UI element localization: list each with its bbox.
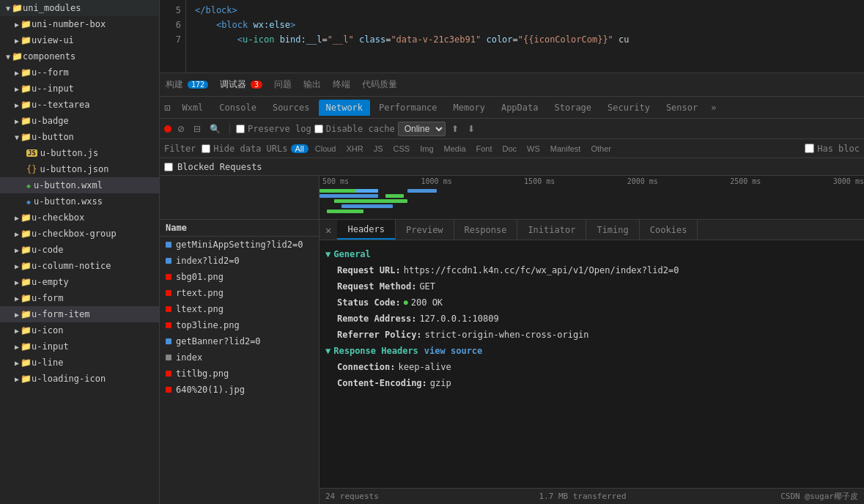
disable-cache-label[interactable]: Disable cache — [314, 124, 395, 134]
tab-console[interactable]: Console — [212, 100, 264, 116]
sidebar-item-u--textarea[interactable]: ▶ 📁 u--textarea — [0, 97, 159, 113]
tab-storage[interactable]: Storage — [547, 100, 599, 116]
tab-build[interactable]: 构建 172 — [166, 78, 208, 91]
file-list-header: Name — [160, 220, 319, 237]
sidebar-item-u-button-wxss[interactable]: ◈ u-button.wxss — [0, 193, 159, 210]
filter-label: Filter — [164, 144, 196, 154]
general-section-header[interactable]: ▼ General — [320, 246, 864, 262]
sidebar-item-u-icon[interactable]: ▶ 📁 u-icon — [0, 322, 159, 338]
sidebar-item-u-form[interactable]: ▶ 📁 u-form — [0, 290, 159, 306]
sidebar-item-u-form-item[interactable]: ▶ 📁 u-form-item — [0, 306, 159, 322]
sidebar-item-components[interactable]: ▼ 📁 components — [0, 48, 159, 64]
record-icon[interactable] — [164, 125, 171, 133]
tab-headers[interactable]: Headers — [337, 220, 396, 240]
panel-tabs: ⊡ Wxml Console Sources Network Performan… — [160, 97, 864, 119]
sidebar-item-u-badge[interactable]: ▶ 📁 u-badge — [0, 113, 159, 129]
has-blocked-checkbox[interactable] — [805, 144, 814, 153]
tab-network[interactable]: Network — [319, 100, 371, 116]
file-item[interactable]: ltext.png — [160, 301, 319, 317]
download-button[interactable]: ⬇ — [465, 122, 478, 136]
tab-output[interactable]: 输出 — [303, 78, 321, 91]
sidebar-item-u-empty[interactable]: ▶ 📁 u-empty — [0, 274, 159, 290]
filter-manifest-btn[interactable]: Manifest — [547, 144, 585, 154]
filter-ws-btn[interactable]: WS — [523, 144, 544, 154]
filter-media-btn[interactable]: Media — [440, 144, 470, 154]
tab-appdata[interactable]: AppData — [494, 100, 546, 116]
file-item[interactable]: 640%20(1).jpg — [160, 382, 319, 398]
file-item[interactable]: index?lid2=0 — [160, 253, 319, 269]
filter-cloud-btn[interactable]: Cloud — [311, 144, 340, 154]
tab-sources[interactable]: Sources — [265, 100, 317, 116]
file-item[interactable]: getMiniAppSetting?lid2=0 — [160, 237, 319, 253]
sidebar-item-u-button[interactable]: ▼ 📁 u-button — [0, 129, 159, 145]
sidebar-item-u-column-notice[interactable]: ▶ 📁 u-column-notice — [0, 258, 159, 274]
sidebar-item-u-checkbox[interactable]: ▶ 📁 u-checkbox — [0, 210, 159, 226]
general-section-label: General — [333, 249, 371, 259]
tab-more[interactable]: » — [706, 100, 720, 116]
sidebar-item-u-line[interactable]: ▶ 📁 u-line — [0, 355, 159, 371]
file-item[interactable]: index — [160, 349, 319, 366]
sidebar-item-uni-modules[interactable]: ▼ 📁 uni_modules — [0, 0, 159, 16]
sidebar-item-u-checkbox-group[interactable]: ▶ 📁 u-checkbox-group — [0, 226, 159, 242]
svg-rect-3 — [341, 204, 393, 208]
tab-debugger[interactable]: 调试器 3 — [220, 78, 262, 91]
tab-security[interactable]: Security — [600, 100, 657, 116]
code-token: = — [322, 34, 327, 45]
file-item[interactable]: getBanner?lid2=0 — [160, 333, 319, 349]
sidebar-label: u-line — [32, 357, 63, 368]
upload-button[interactable]: ⬆ — [448, 122, 462, 136]
response-headers-section[interactable]: ▼ Response Headers view source — [320, 343, 864, 359]
throttle-select[interactable]: Online — [398, 122, 446, 136]
hide-data-urls-label[interactable]: Hide data URLs — [202, 144, 287, 154]
tab-issues[interactable]: 问题 — [274, 78, 292, 91]
blocked-requests-checkbox[interactable] — [164, 163, 173, 171]
preserve-log-checkbox[interactable] — [236, 125, 245, 133]
disable-cache-text: Disable cache — [326, 124, 395, 134]
sidebar-item-u--form[interactable]: ▶ 📁 u--form — [0, 64, 159, 81]
tab-initiator[interactable]: Initiator — [517, 220, 586, 240]
tab-cookies[interactable]: Cookies — [640, 220, 698, 240]
sidebar-item-u-code[interactable]: ▶ 📁 u-code — [0, 242, 159, 258]
hide-data-urls-checkbox[interactable] — [202, 144, 210, 153]
file-item[interactable]: rtext.png — [160, 285, 319, 301]
filter-button[interactable]: ⊟ — [191, 122, 204, 136]
sidebar-item-uni-number-box[interactable]: ▶ 📁 uni-number-box — [0, 16, 159, 32]
filter-font-btn[interactable]: Font — [473, 144, 496, 154]
view-source-link[interactable]: view source — [424, 346, 482, 356]
sidebar-item-u--input[interactable]: ▶ 📁 u--input — [0, 81, 159, 97]
file-item[interactable]: top3line.png — [160, 317, 319, 333]
tab-preview[interactable]: Preview — [396, 220, 454, 240]
tab-timing[interactable]: Timing — [586, 220, 639, 240]
tab-response[interactable]: Response — [454, 220, 518, 240]
svg-rect-1 — [320, 194, 378, 198]
filter-img-btn[interactable]: Img — [416, 144, 437, 154]
stop-button[interactable]: ⊘ — [174, 122, 188, 136]
sidebar-item-uview-ui[interactable]: ▶ 📁 uview-ui — [0, 32, 159, 48]
sidebar-item-u-loading-icon[interactable]: ▶ 📁 u-loading-icon — [0, 371, 159, 387]
preserve-log-label[interactable]: Preserve log — [236, 124, 311, 134]
section-arrow-icon: ▼ — [325, 249, 331, 259]
sidebar-label: u-button — [32, 132, 74, 142]
filter-doc-btn[interactable]: Doc — [499, 144, 521, 154]
sidebar-item-u-input[interactable]: ▶ 📁 u-input — [0, 338, 159, 355]
tab-wxml[interactable]: Wxml — [174, 100, 210, 116]
filter-js-btn[interactable]: JS — [370, 144, 387, 154]
close-button[interactable]: ✕ — [320, 221, 337, 239]
file-item[interactable]: titlbg.png — [160, 366, 319, 382]
tab-memory[interactable]: Memory — [446, 100, 492, 116]
filter-css-btn[interactable]: CSS — [390, 144, 414, 154]
sidebar-item-u-button-json[interactable]: {} u-button.json — [0, 161, 159, 177]
search-button[interactable]: 🔍 — [207, 122, 224, 136]
sidebar-item-u-button-wxml[interactable]: ◈ u-button.wxml — [0, 177, 159, 193]
filter-other-btn[interactable]: Other — [587, 144, 615, 154]
filter-xhr-btn[interactable]: XHR — [343, 144, 367, 154]
file-item[interactable]: sbg01.png — [160, 269, 319, 285]
tab-terminal[interactable]: 终端 — [333, 78, 350, 91]
tab-sensor[interactable]: Sensor — [659, 100, 705, 116]
tab-performance[interactable]: Performance — [372, 100, 444, 116]
code-token: </block> — [195, 5, 237, 15]
sidebar-item-u-button-js[interactable]: JS u-button.js — [0, 145, 159, 161]
filter-all-btn[interactable]: All — [291, 144, 309, 153]
tab-quality[interactable]: 代码质量 — [362, 78, 397, 91]
disable-cache-checkbox[interactable] — [314, 125, 323, 133]
